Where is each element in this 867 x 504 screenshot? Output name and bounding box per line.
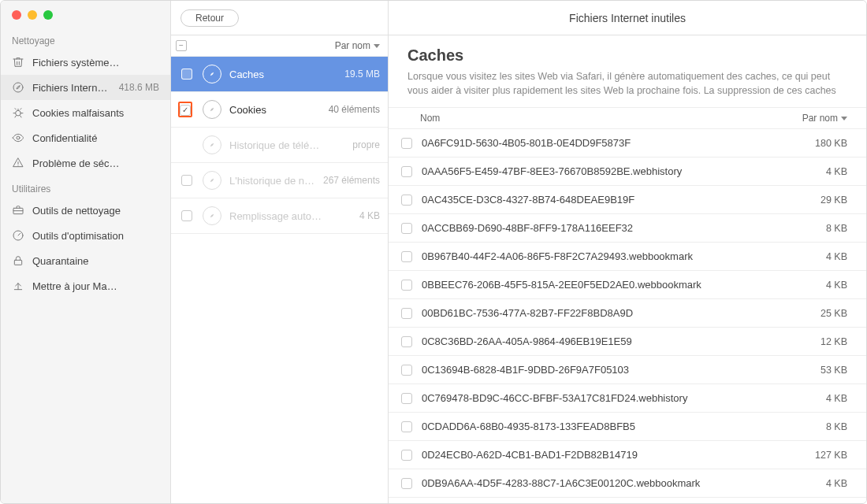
- category-label: Remplissage auto…: [229, 210, 352, 222]
- chevron-down-icon: [841, 117, 847, 120]
- file-sort-label: Par nom: [802, 113, 838, 124]
- file-size: 4 KB: [826, 166, 847, 177]
- category-checkbox[interactable]: [181, 69, 192, 80]
- sidebar-item-confidentialite[interactable]: Confidentialité: [1, 125, 170, 150]
- file-size: 4 KB: [826, 478, 847, 489]
- file-name: 0BBEEC76-206B-45F5-815A-2EE0F5ED2AE0.web…: [422, 279, 817, 291]
- file-checkbox[interactable]: [401, 308, 412, 319]
- file-name: 00BD61BC-7536-477A-82B7-FF22F8BD8A9D: [422, 307, 811, 319]
- compass-icon: [203, 100, 221, 119]
- detail-description: Lorsque vous visitez les sites Web via S…: [407, 69, 847, 98]
- sidebar-item-probleme-securite[interactable]: Problème de séc…: [1, 150, 170, 176]
- sidebar-item-outils-optimisation[interactable]: Outils d'optimisation: [1, 223, 170, 248]
- file-checkbox[interactable]: [401, 223, 412, 234]
- file-row[interactable]: 0C13694B-6828-4B1F-9DBD-26F9A7F0510353 K…: [389, 356, 866, 384]
- sidebar-item-label: Outils de nettoyage: [32, 205, 159, 217]
- file-size: 4 KB: [826, 393, 847, 404]
- file-row[interactable]: 0CDADD6A-68B0-4935-8173-133FEAD8BFB58 KB: [389, 413, 866, 441]
- detail-header: Caches Lorsque vous visitez les sites We…: [389, 35, 866, 107]
- file-checkbox[interactable]: [401, 280, 412, 291]
- file-name: 0B967B40-44F2-4A06-86F5-F8F2C7A29493.web…: [422, 250, 817, 262]
- file-name: 0C769478-BD9C-46CC-BFBF-53A17C81FD24.web…: [422, 392, 817, 404]
- gauge-icon: [12, 229, 24, 242]
- close-window-icon[interactable]: [12, 10, 21, 20]
- sidebar-item-fichiers-systeme[interactable]: Fichiers système…: [1, 50, 170, 75]
- minimize-window-icon[interactable]: [28, 10, 37, 20]
- category-label: Historique de télé…: [229, 139, 344, 151]
- file-row[interactable]: 0AC435CE-D3C8-4327-8B74-648DEAE9B19F29 K…: [389, 186, 866, 214]
- file-checkbox[interactable]: [401, 251, 412, 262]
- file-row[interactable]: 00BD61BC-7536-477A-82B7-FF22F8BD8A9D25 K…: [389, 299, 866, 328]
- maximize-window-icon[interactable]: [43, 10, 53, 20]
- file-row[interactable]: 0C769478-BD9C-46CC-BFBF-53A17C81FD24.web…: [389, 384, 866, 413]
- file-row[interactable]: 0A6FC91D-5630-4B05-801B-0E4DD9F5873F180 …: [389, 129, 866, 158]
- svg-marker-1: [17, 86, 20, 89]
- category-header: − Par nom: [171, 35, 388, 57]
- svg-point-0: [13, 83, 23, 92]
- category-item[interactable]: L'historique de na…267 éléments: [171, 163, 388, 198]
- file-name: 0AAA56F5-E459-47BF-8EE3-76670B8592BE.web…: [422, 165, 817, 177]
- sidebar-item-label: Outils d'optimisation: [32, 230, 159, 242]
- file-sort[interactable]: Par nom: [802, 113, 847, 124]
- sidebar-item-quarantaine[interactable]: Quarantaine: [1, 248, 170, 273]
- sidebar-item-outils-nettoyage[interactable]: Outils de nettoyage: [1, 198, 170, 223]
- category-sort[interactable]: Par nom: [335, 40, 380, 51]
- file-row[interactable]: 0AAA56F5-E459-47BF-8EE3-76670B8592BE.web…: [389, 158, 866, 186]
- window-controls: [1, 1, 170, 28]
- category-item[interactable]: Historique de télé…propre: [171, 128, 388, 163]
- file-row[interactable]: 0ACCBB69-D690-48BF-8FF9-178A116EEF328 KB: [389, 214, 866, 243]
- file-checkbox[interactable]: [401, 166, 412, 177]
- sidebar-item-cookies-malfaisants[interactable]: Cookies malfaisants: [1, 100, 170, 125]
- category-item[interactable]: Caches19.5 MB: [171, 57, 388, 92]
- file-checkbox[interactable]: [401, 478, 412, 489]
- file-checkbox[interactable]: [401, 138, 412, 149]
- category-checkbox[interactable]: [180, 105, 191, 116]
- file-checkbox[interactable]: [401, 450, 412, 461]
- file-checkbox[interactable]: [401, 365, 412, 376]
- file-checkbox[interactable]: [401, 393, 412, 404]
- file-checkbox[interactable]: [401, 336, 412, 347]
- file-name: 0ACCBB69-D690-48BF-8FF9-178A116EEF32: [422, 222, 817, 234]
- category-column: Retour − Par nom Caches19.5 MBCookies40 …: [171, 1, 389, 503]
- file-row[interactable]: 0C8C36BD-26AA-405A-9864-496EB19E1E5912 K…: [389, 328, 866, 356]
- compass-icon: [203, 206, 221, 225]
- warning-icon: [12, 157, 24, 169]
- file-size: 25 KB: [820, 308, 847, 319]
- toolbox-icon: [12, 204, 24, 217]
- file-list[interactable]: 0A6FC91D-5630-4B05-801B-0E4DD9F5873F180 …: [389, 129, 866, 503]
- file-name: 0C8C36BD-26AA-405A-9864-496EB19E1E59: [422, 335, 811, 347]
- category-item[interactable]: Cookies40 éléments: [171, 92, 388, 128]
- file-size: 127 KB: [815, 450, 847, 461]
- category-label: Caches: [229, 69, 337, 80]
- detail-column: Fichiers Internet inutiles Caches Lorsqu…: [389, 1, 866, 503]
- compass-icon: [12, 81, 24, 94]
- category-label: Cookies: [229, 104, 321, 116]
- file-size: 180 KB: [815, 138, 847, 149]
- file-row[interactable]: 0D24ECB0-A62D-4CB1-BAD1-F2DB82B14719127 …: [389, 441, 866, 469]
- category-item[interactable]: Remplissage auto…4 KB: [171, 198, 388, 234]
- window-title: Fichiers Internet inutiles: [569, 12, 686, 24]
- file-checkbox[interactable]: [401, 421, 412, 432]
- sidebar-item-meta: 418.6 MB: [119, 82, 159, 93]
- upload-icon: [12, 280, 24, 292]
- file-row[interactable]: 0DB9A6AA-4D5F-4283-88C7-1A6C3E00120C.web…: [389, 469, 866, 498]
- chevron-down-icon: [374, 44, 380, 48]
- eye-icon: [12, 132, 24, 144]
- category-checkbox[interactable]: [181, 175, 192, 186]
- collapse-toggle-icon[interactable]: −: [176, 40, 187, 51]
- sidebar-item-fichiers-internet[interactable]: Fichiers Internet i…418.6 MB: [1, 75, 170, 100]
- svg-point-3: [17, 136, 20, 139]
- category-label: L'historique de na…: [229, 175, 315, 187]
- back-button[interactable]: Retour: [180, 9, 239, 27]
- file-row[interactable]: 0BBEEC76-206B-45F5-815A-2EE0F5ED2AE0.web…: [389, 271, 866, 299]
- sidebar-item-label: Confidentialité: [32, 132, 159, 144]
- sidebar-item-mettre-a-jour[interactable]: Mettre à jour Ma…: [1, 273, 170, 298]
- file-row[interactable]: 0B967B40-44F2-4A06-86F5-F8F2C7A29493.web…: [389, 243, 866, 271]
- file-size: 29 KB: [820, 195, 847, 206]
- file-size: 8 KB: [826, 223, 847, 234]
- file-checkbox[interactable]: [401, 195, 412, 206]
- sidebar-section-label: Nettoyage: [1, 28, 170, 50]
- file-name: 0CDADD6A-68B0-4935-8173-133FEAD8BFB5: [422, 421, 817, 432]
- lock-icon: [12, 254, 24, 267]
- category-checkbox[interactable]: [181, 210, 192, 221]
